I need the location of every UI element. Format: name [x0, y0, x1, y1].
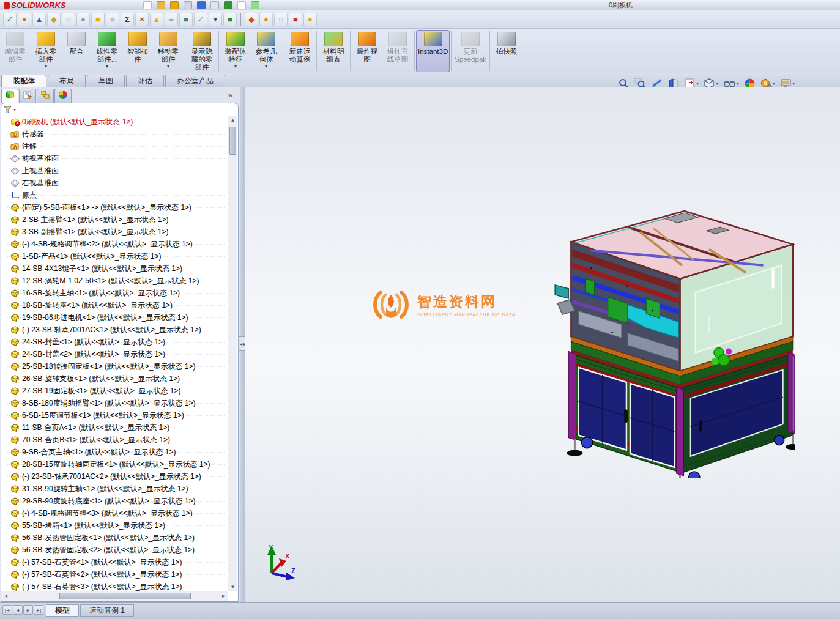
property-manager-tab[interactable] — [19, 89, 36, 103]
assembly-features-button[interactable]: 装配体 特征▾ — [220, 30, 251, 72]
configuration-manager-tab[interactable] — [37, 89, 54, 103]
tree-item[interactable]: (固定) 5-SB-面板<1> -> (默认<<默认>_显示状态 1>) — [1, 201, 228, 213]
tree-item[interactable]: 12-SB-涡轮M-1.0Z-50<1> (默认<<默认>_显示状态 1>) — [1, 275, 228, 287]
tree-item[interactable]: 右视基准面 — [1, 177, 228, 189]
tree-item[interactable]: 24-SB-封盖<2> (默认<<默认>_显示状态 1>) — [1, 348, 228, 360]
note-icon[interactable] — [237, 1, 246, 9]
snapshot-button[interactable]: 拍快照 — [491, 30, 522, 72]
tree-item[interactable]: 2-SB-主摇臂<1> (默认<<默认>_显示状态 1>) — [1, 213, 228, 226]
tree-item[interactable]: 18-SB-旋转座<1> (默认<<默认>_显示状态 1>) — [1, 299, 228, 311]
tree-item[interactable]: (-) 57-SB-石英管<3> (默认<<默认>_显示状态 1>) — [1, 580, 228, 591]
tree-item[interactable]: 11-SB-合页A<1> (默认<<默认>_显示状态 1>) — [1, 421, 228, 434]
scroll-thumb[interactable] — [229, 127, 236, 155]
dropdown-arrow-icon[interactable]: ▾ — [265, 65, 267, 69]
tree-item[interactable]: 25-SB-18转接固定板<1> (默认<<默认>_显示状态 1>) — [1, 360, 228, 373]
scene-sphere-icon[interactable]: ● — [303, 13, 317, 26]
scroll-down-icon[interactable]: ▼ — [228, 582, 237, 591]
tree-item[interactable]: 27-SB-19固定板<1> (默认<<默认>_显示状态 1>) — [1, 385, 228, 397]
dropdown-arrow-icon[interactable]: ▾ — [792, 81, 795, 86]
open-icon[interactable] — [157, 1, 165, 9]
linear-pattern-button[interactable]: 线性零 部件...▾ — [92, 30, 122, 72]
first-page-icon[interactable]: |◄ — [2, 605, 12, 615]
smart-fasteners-button[interactable]: 智能扣 件 — [122, 30, 153, 72]
next-page-icon[interactable]: ► — [23, 605, 33, 615]
tree-item[interactable]: 19-SB-86步进电机<1> (默认<<默认>_显示状态 1>) — [1, 311, 228, 324]
tree-item[interactable]: 传感器 — [1, 128, 228, 140]
tree-item[interactable]: (-) 23-SB-轴承7001AC<2> (默认<<默认>_显示状态 1>) — [1, 470, 228, 483]
performance-icon[interactable]: ○ — [62, 13, 75, 26]
dropdown-arrow-icon[interactable]: ▾ — [696, 81, 699, 86]
instant3d-button[interactable]: Instant3D — [416, 30, 450, 72]
no-external-refs-icon[interactable]: × — [135, 13, 149, 26]
select-cursor-icon[interactable] — [210, 1, 219, 9]
tree-item[interactable]: A注解 — [1, 140, 228, 152]
design-tree-tab[interactable] — [1, 89, 18, 103]
dropdown-arrow-icon[interactable]: ▾ — [45, 65, 47, 69]
edit-table-icon[interactable]: ■ — [179, 13, 193, 26]
tab-草图[interactable]: 草图 — [87, 75, 125, 87]
scroll-left-icon[interactable]: ◄ — [1, 591, 10, 601]
render-icon[interactable]: ◆ — [245, 13, 258, 26]
prev-page-icon[interactable]: ◄ — [13, 605, 23, 615]
tree-item[interactable]: (-) 4-SB-规格调节棒<2> (默认<<默认>_显示状态 1>) — [1, 238, 228, 250]
tree-item[interactable]: 原点 — [1, 189, 228, 201]
tree-item[interactable]: (-) 57-SB-石英管<1> (默认<<默认>_显示状态 1>) — [1, 556, 228, 568]
align-icon[interactable]: ≡ — [165, 13, 178, 26]
manager-more-chevron[interactable]: » — [228, 91, 232, 100]
checklist-icon[interactable] — [251, 1, 259, 9]
toggle-icon[interactable] — [224, 1, 232, 9]
checkbox-off-icon[interactable]: ■ — [106, 13, 119, 26]
tree-item[interactable]: 上视基准面 — [1, 165, 228, 177]
bom-button[interactable]: 材料明 细表 — [318, 30, 349, 72]
mate-button[interactable]: 配合 — [61, 30, 92, 72]
tab-评估[interactable]: 评估 — [126, 75, 164, 87]
assembly-3d-model[interactable] — [554, 206, 795, 478]
dropdown-arrow-icon[interactable]: ▾ — [167, 65, 169, 69]
tab-布局[interactable]: 布局 — [48, 75, 86, 87]
tree-item[interactable]: 28-SB-15度旋转轴固定板<1> (默认<<默认>_显示状态 1>) — [1, 458, 228, 470]
undo-icon[interactable] — [197, 1, 206, 9]
verify-icon[interactable]: ✓ — [194, 13, 207, 26]
scroll-right-icon[interactable]: ► — [219, 591, 228, 601]
tree-item[interactable]: 14-SB-4X13键子<1> (默认<<默认>_显示状态 1>) — [1, 262, 228, 275]
dropdown-arrow-icon[interactable]: ▾ — [716, 81, 718, 86]
checkbox-on-icon[interactable]: ■ — [91, 13, 105, 26]
spell-check-icon[interactable]: ✓ — [3, 13, 17, 26]
compare-icon[interactable]: ■ — [289, 13, 302, 26]
tree-item[interactable]: 1-SB-产品<1> (默认<<默认>_显示状态 1>) — [1, 250, 228, 262]
mass-properties-icon[interactable]: ▲ — [32, 13, 46, 26]
panel-splitter[interactable]: ◄► — [240, 87, 245, 602]
tree-item[interactable]: 31-SB-90旋转主轴<1> (默认<<默认>_显示状态 1>) — [1, 483, 228, 495]
insert-component-button[interactable]: 插入零 部件▾ — [31, 30, 61, 72]
filter-dropdown-icon[interactable]: ▾ — [13, 107, 16, 113]
glow-icon[interactable]: ● — [259, 13, 273, 26]
tree-item[interactable]: 16-SB-旋转主轴<1> (默认<<默认>_显示状态 1>) — [1, 287, 228, 299]
reference-geometry-button[interactable]: 参考几 何体▾ — [251, 30, 281, 72]
flip-icon[interactable]: ◆ — [47, 13, 61, 26]
scroll-up-icon[interactable]: ▲ — [228, 116, 237, 125]
tree-item[interactable]: 6-SB-15度调节板<1> (默认<<默认>_显示状态 1>) — [1, 409, 228, 421]
dropdown-arrow-icon[interactable]: ▾ — [106, 65, 108, 69]
tree-item[interactable]: 8-SB-180度辅助摇臂<1> (默认<<默认>_显示状态 1>) — [1, 397, 228, 409]
approve-icon[interactable]: ○ — [274, 13, 288, 26]
tree-horizontal-scrollbar[interactable]: ◄ ► — [1, 591, 228, 601]
bottom-tab-运动算例 1[interactable]: 运动算例 1 — [80, 604, 134, 617]
interference-icon[interactable]: ▲ — [150, 13, 163, 26]
tree-item[interactable]: 26-SB-旋转支板<1> (默认<<默认>_显示状态 1>) — [1, 373, 228, 385]
tree-vertical-scrollbar[interactable]: ▲ ▼ — [228, 116, 237, 591]
tree-item[interactable]: 56-SB-发热管固定板<2> (默认<<默认>_显示状态 1>) — [1, 544, 228, 556]
tree-item[interactable]: 55-SB-烤箱<1> (默认<<默认>_显示状态 1>) — [1, 519, 228, 532]
tree-item[interactable]: (-) 57-SB-石英管<2> (默认<<默认>_显示状态 1>) — [1, 568, 228, 580]
motion-study-button[interactable]: 新建运 动算例 — [284, 30, 315, 72]
display-manager-tab[interactable] — [54, 89, 72, 103]
table-export-icon[interactable]: ■ — [223, 13, 237, 26]
tree-item[interactable]: 0刷板机 (默认<默认_显示状态-1>) — [1, 116, 228, 128]
last-page-icon[interactable]: ►| — [34, 605, 43, 615]
bottom-tab-模型[interactable]: 模型 — [46, 604, 79, 617]
dropdown-arrow-icon[interactable]: ▾ — [737, 81, 739, 86]
alert-icon[interactable] — [170, 1, 179, 9]
show-hidden-button[interactable]: 显示隐 藏的零 部件 — [187, 30, 217, 72]
tree-item[interactable]: (-) 4-SB-规格调节棒<3> (默认<<默认>_显示状态 1>) — [1, 507, 228, 519]
graphics-viewport[interactable]: 智造资料网 INTELLIGENT MANUFACTURING DATA — [245, 87, 840, 602]
schedule-icon[interactable]: ● — [76, 13, 90, 26]
